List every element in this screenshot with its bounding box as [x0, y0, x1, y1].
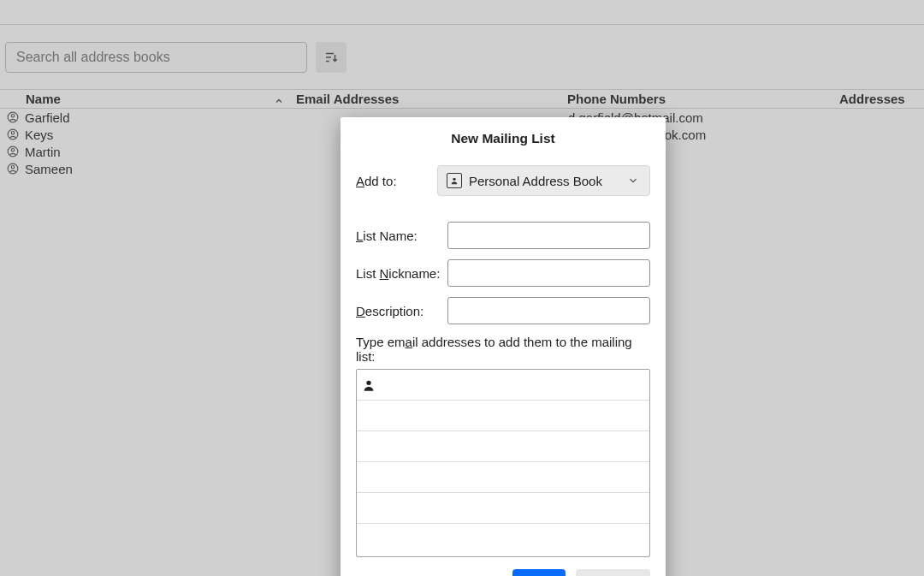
email-list-box[interactable]: [356, 369, 650, 557]
dialog-title: New Mailing List: [341, 117, 666, 165]
svg-point-11: [453, 178, 455, 181]
add-to-value: Personal Address Book: [469, 174, 602, 188]
address-book-icon: [447, 173, 462, 188]
email-row[interactable]: [357, 524, 649, 555]
cancel-button[interactable]: Cancel: [576, 569, 650, 576]
ok-button[interactable]: OK: [512, 569, 566, 576]
new-mailing-list-dialog: New Mailing List Add to: Personal Addres…: [341, 117, 666, 576]
email-hint: Type email addresses to add them to the …: [341, 328, 666, 369]
add-to-label: Add to:: [356, 174, 437, 188]
email-row[interactable]: [357, 462, 649, 493]
description-label: Description:: [356, 304, 447, 318]
chevron-down-icon: [627, 175, 639, 189]
email-row[interactable]: [357, 401, 649, 431]
list-name-input[interactable]: [447, 222, 650, 249]
svg-point-12: [366, 380, 370, 384]
address-book-window: Name Email Addresses Phone Numbers Addre…: [0, 0, 924, 576]
description-input[interactable]: [447, 297, 650, 324]
add-to-select[interactable]: Personal Address Book: [437, 165, 650, 196]
email-row[interactable]: [357, 370, 649, 401]
list-nickname-input[interactable]: [447, 259, 650, 287]
list-name-label: List Name:: [356, 229, 447, 243]
email-row[interactable]: [357, 493, 649, 524]
person-icon: [362, 378, 376, 392]
list-nickname-label: List Nickname:: [356, 266, 447, 281]
email-row[interactable]: [357, 431, 649, 462]
